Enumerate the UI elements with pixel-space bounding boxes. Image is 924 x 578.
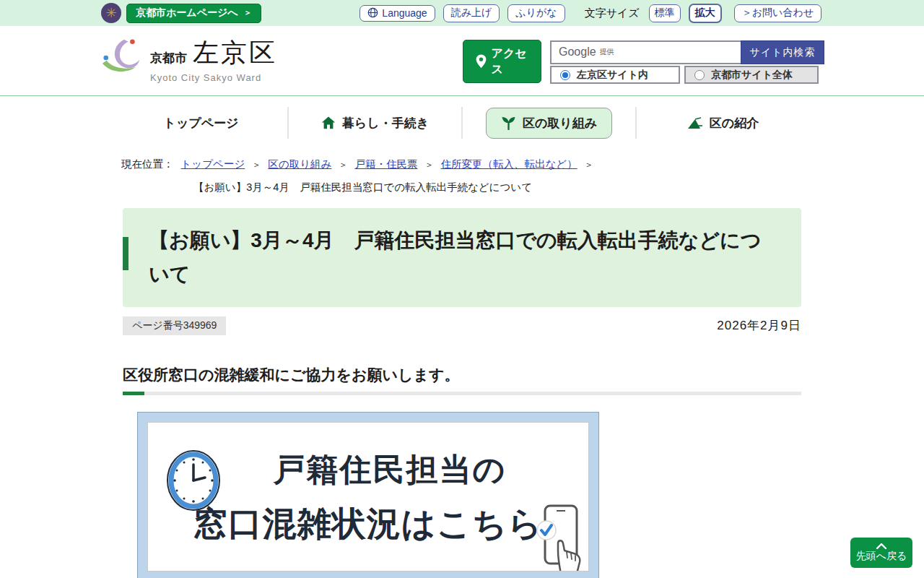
- site-search: Google 提供 サイト内検索 左京区サイト内 京都市サイト全体: [550, 40, 824, 84]
- publish-date: 2026年2月9日: [717, 317, 801, 334]
- search-engine-label: Google: [559, 46, 596, 59]
- map-pin-icon: [476, 54, 487, 69]
- breadcrumb-current: 【お願い】3月～4月 戸籍住民担当窓口での転入転出手続などについて: [193, 180, 801, 196]
- search-scope-city-label: 京都市サイト全体: [711, 69, 793, 82]
- banner-text: 戸籍住民担当の 窓口混雑状況はこちら: [148, 449, 588, 547]
- nav-living-procedures-label: 暮らし・手続き: [342, 115, 429, 131]
- search-provided-label: 提供: [600, 47, 614, 59]
- page-title-block: 【お願い】3月～4月 戸籍住民担当窓口での転入転出手続などについて: [123, 208, 801, 307]
- breadcrumb: 現在位置： トップページ ＞ 区の取り組み ＞ 戸籍・住民票 ＞ 住所変更（転入…: [121, 157, 801, 196]
- back-to-top-label: 先頭へ戻る: [856, 550, 907, 563]
- site-logo-link[interactable]: 京都市 左京区 Kyoto City Sakyo Ward: [100, 35, 277, 83]
- home-icon: [321, 116, 336, 129]
- search-submit-button[interactable]: サイト内検索: [741, 40, 824, 64]
- search-submit-label: サイト内検索: [750, 46, 816, 59]
- breadcrumb-separator: ＞: [339, 160, 347, 170]
- breadcrumb-link-koseki[interactable]: 戸籍・住民票: [354, 158, 417, 170]
- page-number-badge: ページ番号349969: [123, 316, 226, 335]
- breadcrumb-link-initiatives[interactable]: 区の取り組み: [268, 158, 331, 170]
- contact-button[interactable]: ＞お問い合わせ: [734, 4, 821, 22]
- banner-line2: 窓口混雑状況はこちら: [148, 501, 588, 547]
- contact-label: ＞お問い合わせ: [742, 7, 814, 20]
- seedling-icon: [501, 116, 516, 130]
- back-to-top-button[interactable]: 先頭へ戻る: [850, 538, 912, 568]
- kyoto-home-label: 京都市ホームページへ: [136, 7, 238, 20]
- font-standard-button[interactable]: 標準: [649, 4, 681, 22]
- mountain-flag-icon: [687, 117, 703, 129]
- section-rule: [123, 392, 801, 395]
- radio-unselected-icon: [694, 70, 705, 80]
- font-large-label: 拡大: [695, 7, 715, 20]
- language-button[interactable]: Language: [359, 5, 435, 22]
- nav-living-procedures[interactable]: 暮らし・手続き: [311, 108, 439, 138]
- globe-icon: [367, 7, 378, 18]
- site-header: 京都市 左京区 Kyoto City Sakyo Ward アクセス Googl…: [0, 26, 924, 96]
- utility-bar: ✳ 京都市ホームページへ ＞ Language 読み上げ ふりがな 文字サイズ …: [0, 0, 924, 26]
- breadcrumb-label: 現在位置：: [121, 158, 174, 170]
- page-title: 【お願い】3月～4月 戸籍住民担当窓口での転入転出手続などについて: [149, 223, 780, 291]
- radio-selected-icon: [560, 70, 570, 80]
- search-scope-ward-option[interactable]: 左京区サイト内: [550, 66, 680, 84]
- nav-ward-initiatives-label: 区の取り組み: [523, 115, 597, 131]
- read-aloud-label: 読み上げ: [451, 7, 492, 20]
- banner-line1: 戸籍住民担当の: [148, 449, 588, 491]
- breadcrumb-link-address-change[interactable]: 住所変更（転入、転出など）: [440, 158, 577, 170]
- font-large-button[interactable]: 拡大: [689, 4, 722, 23]
- smartphone-tap-icon: [523, 503, 584, 571]
- chevron-right-icon: ＞: [244, 7, 252, 18]
- main-content: 【お願い】3月～4月 戸籍住民担当窓口での転入転出手続などについて ページ番号3…: [123, 208, 801, 578]
- section-heading: 区役所窓口の混雑緩和にご協力をお願いします。: [123, 365, 801, 385]
- nav-top-page-label: トップページ: [164, 115, 239, 131]
- global-nav: トップページ 暮らし・手続き 区の取り組み: [115, 104, 809, 142]
- logo-ward-en-label: Kyoto City Sakyo Ward: [150, 72, 277, 83]
- search-input[interactable]: Google 提供: [550, 40, 741, 64]
- search-scope-city-option[interactable]: 京都市サイト全体: [684, 66, 819, 84]
- access-button[interactable]: アクセス: [463, 40, 541, 83]
- logo-city-label: 京都市: [150, 50, 187, 71]
- chevron-up-icon: [876, 543, 887, 549]
- nav-ward-introduction-label: 区の紹介: [710, 115, 759, 131]
- font-standard-label: 標準: [655, 7, 675, 20]
- font-size-label: 文字サイズ: [585, 7, 640, 20]
- access-label: アクセス: [492, 46, 529, 78]
- breadcrumb-link-top[interactable]: トップページ: [181, 158, 245, 170]
- nav-top-page[interactable]: トップページ: [154, 108, 249, 138]
- breadcrumb-separator: ＞: [585, 160, 593, 170]
- search-scope-ward-label: 左京区サイト内: [577, 69, 648, 82]
- congestion-status-banner-link[interactable]: 戸籍住民担当の 窓口混雑状況はこちら: [137, 412, 599, 578]
- breadcrumb-separator: ＞: [424, 160, 433, 170]
- title-accent-bar: [123, 237, 128, 270]
- read-aloud-button[interactable]: 読み上げ: [443, 4, 500, 22]
- furigana-button[interactable]: ふりがな: [507, 4, 565, 22]
- logo-ward-label: 左京区: [193, 35, 277, 71]
- nav-ward-introduction[interactable]: 区の紹介: [677, 108, 769, 138]
- kyoto-home-button[interactable]: 京都市ホームページへ ＞: [126, 4, 261, 23]
- sakyo-ward-logo-icon: [100, 35, 141, 77]
- breadcrumb-separator: ＞: [252, 160, 261, 170]
- furigana-label: ふりがな: [515, 7, 557, 20]
- nav-ward-initiatives[interactable]: 区の取り組み: [486, 108, 612, 139]
- language-label: Language: [382, 7, 427, 19]
- kyoto-city-emblem-icon: ✳: [101, 3, 121, 23]
